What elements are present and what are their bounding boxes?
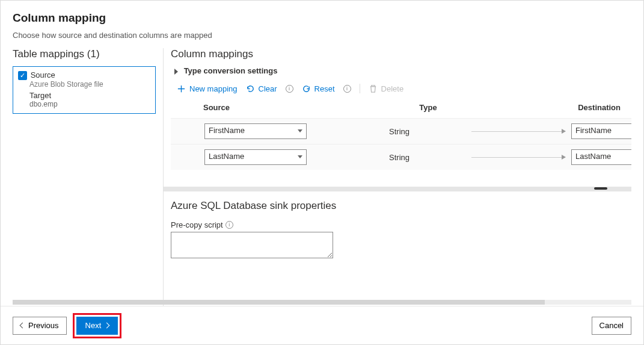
info-icon[interactable]: i [225,221,233,229]
plus-icon [177,84,186,93]
column-mappings-heading: Column mappings [171,48,631,60]
table-row: FirstName String FirstName [171,118,631,144]
check-icon: ✓ [18,71,27,80]
refresh-ccw-icon [246,84,255,93]
trash-icon [369,84,378,93]
page-title: Column mapping [13,11,631,25]
cancel-button[interactable]: Cancel [592,317,631,335]
wizard-footer: Previous Next Cancel [1,306,643,344]
card-target-label: Target [29,91,150,100]
type-conversion-expander[interactable]: Type conversion settings [174,66,631,75]
delete-button: Delete [369,84,404,93]
table-mappings-panel: Table mappings (1) ✓ Source Azure Blob S… [13,48,163,306]
destination-column-field[interactable]: FirstName [571,123,631,139]
chevron-right-icon [174,69,178,75]
chevron-down-icon [298,129,302,132]
card-source-value: Azure Blob Storage file [29,80,150,89]
new-mapping-button[interactable]: New mapping [177,84,238,93]
sink-properties-heading: Azure SQL Database sink properties [171,200,631,212]
page-subtitle: Choose how source and destination column… [13,31,631,40]
column-header-destination: Destination [578,103,621,112]
column-mappings-panel: Column mappings Type conversion settings… [163,48,631,306]
clear-button[interactable]: Clear [246,84,277,93]
next-button-highlight: Next [73,313,122,338]
destination-column-field[interactable]: LastName [571,149,631,165]
next-button[interactable]: Next [76,317,118,335]
column-header-type: Type [374,103,482,112]
card-target-value: dbo.emp [29,100,150,108]
precopy-script-input[interactable] [171,232,333,258]
type-cell: String [345,127,453,136]
type-conversion-label: Type conversion settings [184,66,278,75]
splitter-handle[interactable] [164,187,631,191]
wizard-page: Column mapping Choose how source and des… [0,0,644,345]
column-header-source: Source [203,103,336,112]
source-column-select[interactable]: FirstName [204,123,307,139]
reset-button[interactable]: Reset [302,84,335,93]
type-cell: String [345,153,453,162]
source-column-select[interactable]: LastName [204,149,307,165]
card-source-label: Source [31,70,55,79]
mapping-arrow-icon [471,131,565,132]
chevron-down-icon [298,155,302,158]
table-mapping-card[interactable]: ✓ Source Azure Blob Storage file Target … [13,66,156,114]
refresh-cw-icon [302,84,311,93]
table-mappings-heading: Table mappings (1) [13,48,156,60]
table-row: LastName String LastName [171,144,631,170]
info-icon[interactable]: i [343,85,351,93]
mapping-arrow-icon [471,157,565,158]
previous-button[interactable]: Previous [13,317,67,335]
mappings-table: Source Type Destination FirstName String… [171,99,631,170]
toolbar-separator [360,84,360,93]
mappings-toolbar: New mapping Clear i Reset i [171,84,631,93]
info-icon[interactable]: i [286,85,293,93]
horizontal-scrollbar[interactable] [13,300,631,305]
precopy-script-label: Pre-copy script [171,220,223,229]
